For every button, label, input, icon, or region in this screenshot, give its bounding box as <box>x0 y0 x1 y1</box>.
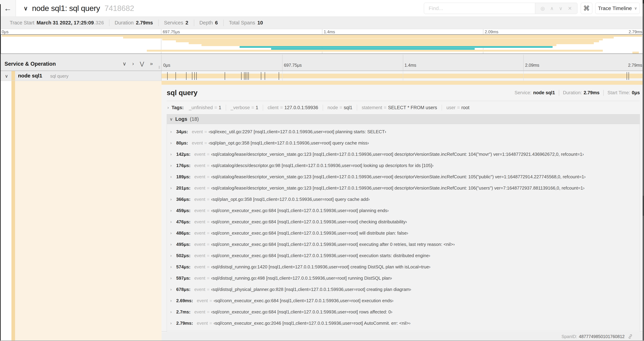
chevron-right-icon[interactable]: › <box>170 220 176 224</box>
chevron-right-icon[interactable]: › <box>170 265 176 269</box>
ruler-tick-label: 697.75μs <box>284 63 302 68</box>
log-key: event <box>194 253 205 258</box>
chevron-right-icon[interactable]: › <box>170 175 176 179</box>
timeline-minimap[interactable] <box>0 34 644 54</box>
log-row[interactable]: › 34μs: event = ‹sql/exec_util.go:2297 [… <box>167 126 640 137</box>
log-row[interactable]: › 574μs: event = ‹sql/distsql_running.go… <box>167 261 640 272</box>
log-row[interactable]: › 476μs: event = ‹sql/conn_executor_exec… <box>167 216 640 227</box>
log-value: ‹sql/catalog/lease/descriptor_version_st… <box>211 152 584 157</box>
collapse-all-icon[interactable]: ⋁ <box>140 61 144 67</box>
expand-one-icon[interactable]: › <box>132 61 134 67</box>
log-key: event <box>194 208 205 213</box>
chevron-right-icon[interactable]: › <box>170 242 176 247</box>
log-row[interactable]: › 366μs: event = ‹sql/plan_opt.go:358 [n… <box>167 194 640 205</box>
log-key: event <box>194 309 205 315</box>
span-tree-controls: ∨ › ⋁ » <box>122 61 153 67</box>
chevron-right-icon[interactable]: › <box>170 231 176 235</box>
log-row[interactable]: › 2.7ms: event = ‹sql/conn_executor_exec… <box>167 306 640 318</box>
ruler-tick-label: 0μs <box>2 30 8 34</box>
log-row[interactable]: › 2.69ms: event = ‹sql/conn_executor_exe… <box>167 295 640 306</box>
logs-header[interactable]: ∨ Logs (18) <box>167 114 640 124</box>
link-icon[interactable] <box>628 334 633 339</box>
log-row[interactable]: › 176μs: event = ‹sql/catalog/descs/desc… <box>167 160 640 171</box>
clear-search-icon[interactable]: ✕ <box>568 6 572 11</box>
back-button[interactable]: ← <box>0 0 16 17</box>
log-row[interactable]: › 459μs: event = ‹sql/conn_executor_exec… <box>167 205 640 216</box>
scrollbar-track[interactable] <box>642 0 644 341</box>
log-row[interactable]: › 495μs: event = ‹sql/conn_executor_exec… <box>167 239 640 250</box>
equals-sign: = <box>207 242 210 247</box>
prev-match-icon[interactable]: ∧ <box>550 6 554 11</box>
chevron-right-icon[interactable]: › <box>170 163 176 168</box>
next-match-icon[interactable]: ∨ <box>559 6 563 11</box>
log-value: ‹sql/conn_executor_exec.go:684 [nsql1,cl… <box>211 253 430 258</box>
log-timestamp: 678μs: <box>176 287 190 292</box>
chevron-right-icon[interactable]: › <box>170 186 176 190</box>
chevron-right-icon[interactable]: › <box>170 141 176 145</box>
timeline-ruler: 0μs697.75μs1.4ms2.09ms2.79ms <box>162 55 644 71</box>
minimap-span-bar <box>632 52 639 54</box>
trace-title-group[interactable]: ∨ node sql1: sql query 7418682 <box>24 0 134 17</box>
log-row[interactable]: › 2.79ms: event = ‹sql/conn_executor_exe… <box>167 318 640 329</box>
service-color-strip <box>12 71 15 81</box>
page-title: node sql1: sql query <box>32 4 100 13</box>
view-selector-dropdown[interactable]: Trace Timeline ∨ <box>595 3 640 14</box>
log-row[interactable]: › 502μs: event = ‹sql/conn_executor_exec… <box>167 250 640 261</box>
span-detail-meta: Service: node sql1 Duration: 2.79ms Star… <box>511 90 640 96</box>
chevron-right-icon[interactable]: › <box>170 253 176 258</box>
span-row-label[interactable]: ∨ node sql1 sql query <box>0 71 162 81</box>
log-row[interactable]: › 597μs: event = ‹sql/distsql_running.go… <box>167 272 640 284</box>
ruler-gridline <box>322 29 322 34</box>
log-key: event <box>194 163 205 168</box>
scrollbar-thumb[interactable] <box>642 196 644 216</box>
equals-sign: = <box>207 309 210 315</box>
ruler-gridline <box>523 55 524 71</box>
tags-label: Tags: <box>172 105 184 110</box>
span-service-name: node sql1 <box>18 73 42 79</box>
log-key: event <box>194 152 205 157</box>
chevron-right-icon[interactable]: › <box>170 152 176 157</box>
equals-sign: = <box>207 230 210 236</box>
log-marker <box>176 72 176 80</box>
chevron-right-icon[interactable]: › <box>170 321 176 325</box>
chevron-down-icon[interactable]: ∨ <box>24 5 28 12</box>
ruler-tick-label: 2.09ms <box>525 63 539 68</box>
log-row[interactable]: › 201μs: event = ‹sql/catalog/lease/desc… <box>167 182 640 194</box>
minimap-span-bar <box>202 44 556 46</box>
chevron-right-icon[interactable]: › <box>168 105 169 110</box>
tag-value: 1 <box>256 105 258 110</box>
meta-label: Service: <box>514 90 532 96</box>
locate-icon[interactable]: ◎ <box>541 6 545 11</box>
log-timestamp: 2.79ms: <box>176 320 193 326</box>
equals-sign: = <box>204 140 207 146</box>
log-key: event <box>192 129 203 134</box>
equals-sign: = <box>207 185 210 191</box>
log-row[interactable]: › 189μs: event = ‹sql/catalog/lease/desc… <box>167 171 640 182</box>
equals-sign: = <box>251 105 254 110</box>
chevron-right-icon[interactable]: › <box>170 130 176 134</box>
chevron-down-icon[interactable]: ∨ <box>170 117 173 122</box>
chevron-right-icon[interactable]: › <box>170 287 176 292</box>
find-input[interactable]: Find... <box>424 3 535 14</box>
chevron-right-icon[interactable]: › <box>170 298 176 303</box>
chevron-right-icon[interactable]: › <box>170 276 176 280</box>
tags-row[interactable]: › Tags: _unfinished = 1 _verbose = 1 cli… <box>167 103 640 112</box>
minimap-span-bar <box>240 46 552 48</box>
log-key: event <box>194 174 205 180</box>
chevron-right-icon[interactable]: › <box>170 197 176 202</box>
log-row[interactable]: › 486μs: event = ‹sql/conn_executor_exec… <box>167 227 640 239</box>
log-row[interactable]: › 678μs: event = ‹sql/distsql_physical_p… <box>167 284 640 295</box>
log-row[interactable]: › 80μs: event = ‹sql/plan_opt.go:358 [ns… <box>167 137 640 149</box>
keyboard-shortcuts-button[interactable]: ⌘ <box>581 3 592 14</box>
trace-summary-item: Trace Start March 31 2022, 17:25:09 .326 <box>4 20 109 26</box>
column-resize-grip[interactable]: ‖ <box>158 65 160 70</box>
span-bar-track[interactable] <box>162 71 644 81</box>
trace-id: 7418682 <box>104 4 134 13</box>
chevron-right-icon[interactable]: › <box>170 310 176 314</box>
chevron-down-icon[interactable]: ∨ <box>5 74 8 79</box>
expand-all-icon[interactable]: » <box>150 61 153 67</box>
equals-sign: = <box>207 219 210 225</box>
collapse-one-icon[interactable]: ∨ <box>122 61 126 67</box>
chevron-right-icon[interactable]: › <box>170 208 176 213</box>
log-row[interactable]: › 142μs: event = ‹sql/catalog/lease/desc… <box>167 149 640 160</box>
